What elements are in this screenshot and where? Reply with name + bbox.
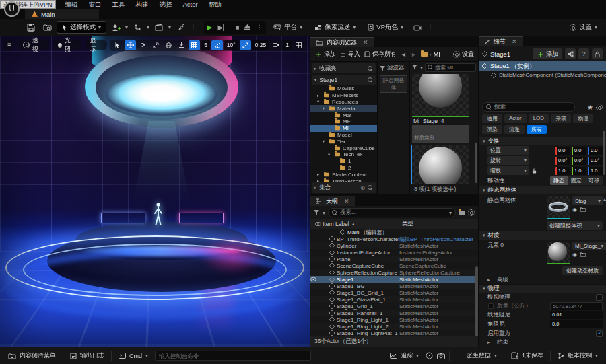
unsaved-button[interactable]: 1未保存: [508, 350, 546, 362]
outliner-actor-row[interactable]: Stage1_BG_Grid_1 StaticMeshActor: [310, 289, 478, 296]
details-scrollbar[interactable]: [603, 131, 605, 175]
camera-speed-value[interactable]: 1: [283, 40, 292, 50]
viewport-menu-icon[interactable]: ≡: [4, 40, 14, 50]
collections-header[interactable]: ▸ 集合 ⊕: [312, 182, 376, 193]
settings-dropdown[interactable]: 设置▾: [565, 21, 602, 34]
collections-search-icon[interactable]: [368, 185, 373, 190]
scale-snap-value[interactable]: 0.25: [252, 40, 269, 50]
use-selected-asset-icon[interactable]: ◉: [572, 252, 577, 258]
folder-tree-item[interactable]: ▾ Tex: [310, 138, 377, 145]
details-filter-chip[interactable]: LOD: [529, 114, 549, 123]
mobility-static[interactable]: 静态: [550, 176, 568, 185]
details-filter-chip[interactable]: 渲染: [482, 125, 502, 134]
details-filter-chip[interactable]: 所有: [527, 125, 547, 134]
section-static-mesh[interactable]: ▾静态网格体: [479, 186, 606, 194]
folder-tree-item[interactable]: ▸ ThirdPerson: [310, 178, 377, 182]
rotation-snap-icon[interactable]: [211, 40, 223, 50]
outliner-actor-row[interactable]: Stage1 StaticMeshActor: [310, 276, 478, 283]
enable-gravity-checkbox[interactable]: [596, 330, 603, 337]
grid-snap-value[interactable]: 5: [201, 40, 210, 50]
new-folder-icon[interactable]: [459, 211, 465, 215]
menu-build[interactable]: 构建: [131, 0, 154, 9]
details-filter-chip[interactable]: 杂项: [551, 114, 571, 123]
mass-override-checkbox[interactable]: [488, 303, 494, 309]
close-tab-icon[interactable]: ✕: [512, 38, 517, 45]
visibility-column-icon[interactable]: [313, 221, 323, 227]
outliner-actor-row[interactable]: Stage1_BG StaticMeshActor: [310, 283, 478, 289]
cb-settings-button[interactable]: 设置: [453, 50, 474, 59]
section-physics[interactable]: ▾物理: [479, 284, 606, 293]
lock-icon[interactable]: [592, 48, 603, 59]
details-settings-icon[interactable]: [596, 104, 603, 110]
eject-button[interactable]: [244, 24, 250, 30]
use-selected-asset-icon[interactable]: ◉: [572, 207, 577, 213]
menu-tools[interactable]: 工具: [107, 0, 131, 9]
outliner-filter-icon[interactable]: [314, 210, 320, 215]
folder-tree-item[interactable]: ▸ StarterContent: [310, 171, 377, 178]
favorites-header[interactable]: ▸ 收藏夹: [312, 63, 376, 73]
frame-skip-button[interactable]: ▶⎸: [218, 24, 230, 32]
outliner-actor-row[interactable]: Plane StaticMeshActor: [310, 256, 478, 262]
toolbar-overflow-dots[interactable]: ⋮: [190, 24, 197, 31]
content-drawer-button[interactable]: 内容侧滑菜单: [5, 350, 59, 362]
unreal-logo[interactable]: U: [4, 1, 20, 17]
outliner-actor-row[interactable]: Stage1_Ring_LightPlat_1 StaticMeshActor: [310, 330, 478, 336]
static-mesh-thumbnail[interactable]: [547, 196, 570, 219]
console-input[interactable]: 输入控制台命令: [155, 351, 311, 361]
screenshot-icon[interactable]: [437, 353, 445, 359]
menu-help[interactable]: 帮助: [203, 0, 227, 9]
asset-scrollbar[interactable]: [475, 143, 477, 183]
scale-y-field[interactable]: 1.0: [572, 167, 586, 175]
menu-edit[interactable]: 编辑: [60, 0, 83, 9]
browse-to-asset-icon[interactable]: [580, 252, 586, 258]
sources-search-icon[interactable]: [368, 77, 373, 83]
outliner-settings-icon[interactable]: [468, 209, 475, 216]
filter-chip-static-mesh[interactable]: 静态网格体: [380, 75, 407, 93]
tab-content-browser[interactable]: 内容浏览器 ✕: [310, 37, 374, 47]
content-browser-icon[interactable]: [40, 22, 54, 34]
material-thumbnail[interactable]: [547, 242, 570, 264]
play-button[interactable]: ▶: [207, 23, 212, 32]
toolbar-dots-2[interactable]: ⋮: [427, 24, 434, 31]
outliner-actor-row[interactable]: Stage1_Handrail_1 StaticMeshActor: [310, 310, 478, 316]
pixel-streaming-dropdown[interactable]: 像素流送▾: [310, 21, 360, 34]
outliner-actor-row[interactable]: InstancedFoliageActor InstancedFoliageAc…: [310, 249, 478, 256]
cb-save-all-button[interactable]: 保存所有: [364, 50, 397, 59]
close-tab-icon[interactable]: ✕: [344, 198, 349, 205]
browse-to-asset-icon[interactable]: [580, 207, 586, 213]
maximize-viewport-icon[interactable]: [293, 40, 304, 50]
trace-dropdown[interactable]: 追踪▾: [387, 350, 422, 362]
create-dynamic-material-button[interactable]: 创建动态材质: [562, 266, 603, 275]
show-dropdown[interactable]: 显示: [85, 40, 107, 50]
folder-tree-item[interactable]: Movies: [310, 85, 377, 92]
camera-speed-icon[interactable]: [270, 40, 281, 50]
details-add-component-button[interactable]: ＋添加: [533, 48, 562, 59]
folder-tree-item[interactable]: MI: [310, 125, 377, 132]
scale-z-field[interactable]: 1.0: [588, 167, 603, 175]
landscape-brush-icon[interactable]: [174, 22, 187, 34]
tab-details[interactable]: 细节 ✕: [479, 36, 523, 46]
angular-damping-field[interactable]: 0.0: [550, 320, 603, 328]
selection-mode-dropdown[interactable]: 选择模式 ▾: [57, 21, 106, 34]
details-filter-chip[interactable]: 流送: [504, 125, 525, 134]
vp-roles-dropdown[interactable]: VP角色▾: [363, 21, 408, 34]
rotate-tool[interactable]: ⟳: [137, 40, 149, 50]
cmd-dropdown[interactable]: Cmd▾: [116, 350, 151, 362]
section-transform[interactable]: ▾变换: [479, 137, 606, 145]
outliner-actor-row[interactable]: BP_ThirdPersonCharacter 编辑BP_ThirdPerson…: [310, 235, 478, 242]
history-forward-icon[interactable]: ►: [411, 51, 417, 58]
outliner-actor-row[interactable]: Stage1_Ring_Light_1 StaticMeshActor: [310, 316, 478, 323]
outliner-actor-row[interactable]: Stage1_Ring_Light_2 StaticMeshActor: [310, 323, 478, 330]
details-filter-chip[interactable]: 物理: [573, 114, 593, 123]
outliner-actor-row[interactable]: Cylinder StaticMeshActor: [310, 242, 478, 249]
tab-main-level[interactable]: Main: [25, 9, 99, 19]
cb-add-button[interactable]: ＋添加: [314, 49, 336, 59]
folder-tree-item[interactable]: MF: [310, 118, 377, 125]
scale-lock-icon[interactable]: [532, 168, 537, 174]
outliner-filter-caret[interactable]: ▾: [323, 210, 325, 216]
move-tool[interactable]: [125, 40, 136, 50]
perspective-dropdown[interactable]: 透视: [18, 40, 48, 50]
linear-damping-field[interactable]: 0.01: [550, 311, 603, 319]
trace-status-icon[interactable]: [426, 352, 433, 359]
component-row-staticmesh[interactable]: StaticMeshComponent (StaticMeshComponent…: [479, 71, 606, 79]
